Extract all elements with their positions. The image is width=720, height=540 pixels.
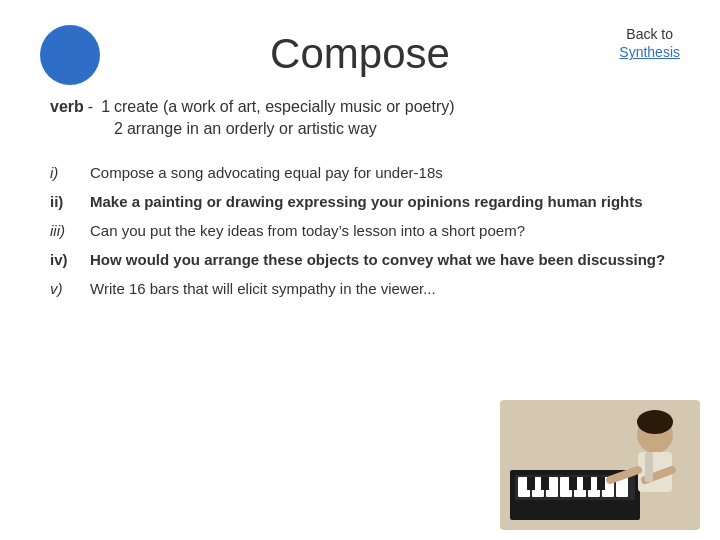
- svg-rect-11: [527, 477, 535, 490]
- definition-row-2: 2 arrange in an orderly or artistic way: [114, 120, 680, 138]
- def-number-1: 1: [101, 98, 110, 116]
- list-item: iii) Can you put the key ideas from toda…: [50, 220, 680, 241]
- verb-label: verb: [50, 98, 84, 116]
- definition-section: verb - 1 create (a work of art, especial…: [40, 98, 680, 138]
- synthesis-link[interactable]: Synthesis: [619, 43, 680, 61]
- list-item: iv) How would you arrange these objects …: [50, 249, 680, 270]
- svg-rect-15: [597, 477, 605, 490]
- examples-list: i) Compose a song advocating equal pay f…: [40, 162, 680, 299]
- page-title: Compose: [270, 30, 450, 78]
- example-num-ii: ii): [50, 191, 90, 212]
- example-num-iv: iv): [50, 249, 90, 270]
- example-text-v: Write 16 bars that will elicit sympathy …: [90, 278, 680, 299]
- example-text-iii: Can you put the key ideas from today’s l…: [90, 220, 680, 241]
- example-text-i: Compose a song advocating equal pay for …: [90, 162, 680, 183]
- definition-row-1: verb - 1 create (a work of art, especial…: [50, 98, 680, 116]
- example-num-iii: iii): [50, 220, 90, 241]
- dash: -: [88, 98, 93, 116]
- blue-circle-decoration: [40, 25, 100, 85]
- def-text-1: create (a work of art, especially music …: [114, 98, 455, 116]
- def-number-2: 2: [114, 120, 123, 138]
- svg-point-17: [637, 410, 673, 434]
- page-container: Compose Back to Synthesis verb - 1 creat…: [0, 0, 720, 540]
- list-item: v) Write 16 bars that will elicit sympat…: [50, 278, 680, 299]
- svg-rect-14: [583, 477, 591, 490]
- svg-rect-13: [569, 477, 577, 490]
- example-text-iv: How would you arrange these objects to c…: [90, 249, 680, 270]
- def-text-2: arrange in an orderly or artistic way: [127, 120, 377, 138]
- header: Compose Back to Synthesis: [40, 20, 680, 78]
- example-num-v: v): [50, 278, 90, 299]
- svg-rect-21: [645, 452, 653, 482]
- example-text-ii: Make a painting or drawing expressing yo…: [90, 191, 680, 212]
- back-to-synthesis-link[interactable]: Back to Synthesis: [619, 25, 680, 61]
- svg-rect-12: [541, 477, 549, 490]
- piano-image: [500, 400, 700, 530]
- example-num-i: i): [50, 162, 90, 183]
- list-item: i) Compose a song advocating equal pay f…: [50, 162, 680, 183]
- list-item: ii) Make a painting or drawing expressin…: [50, 191, 680, 212]
- back-label: Back to: [619, 25, 680, 43]
